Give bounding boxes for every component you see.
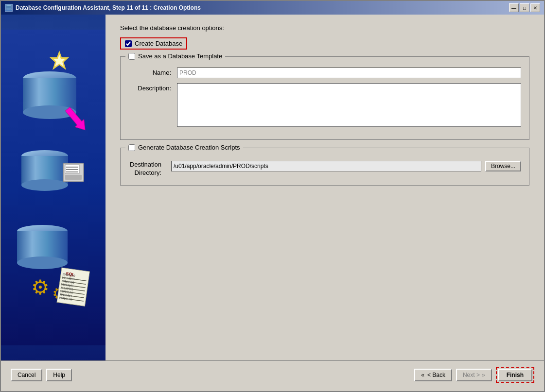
back-button[interactable]: « < Back [414,369,452,381]
destination-row: Destination Directory: Browse... [128,161,521,177]
save-template-checkbox[interactable] [128,53,135,60]
title-bar: Database Configuration Assistant, Step 1… [1,1,544,15]
create-database-highlight: Create Database [120,37,187,50]
name-row: Name: [128,68,521,78]
svg-rect-20 [65,175,82,180]
help-button[interactable]: Help [46,369,72,381]
save-template-group: Save as a Database Template Name: Descri… [120,56,529,140]
finish-button[interactable]: Finish [498,369,532,381]
svg-point-10 [57,59,62,64]
name-label: Name: [128,68,177,76]
svg-point-3 [6,8,11,10]
main-window: Database Configuration Assistant, Step 1… [0,0,545,392]
illustration-svg: ⚙ ⚙ SQL 10101010 10101010 10110100 [1,15,105,360]
name-input[interactable] [177,68,521,78]
destination-label-container: Destination Directory: [128,161,167,177]
finish-button-highlight: Finish [496,367,534,383]
next-button[interactable]: Next > » [456,369,492,381]
app-icon [5,4,13,12]
maximize-button[interactable]: □ [520,3,529,12]
browse-button[interactable]: Browse... [485,161,521,171]
minimize-button[interactable]: — [509,3,519,12]
save-template-label[interactable]: Save as a Database Template [138,52,222,60]
cancel-button[interactable]: Cancel [11,369,42,381]
back-arrow-icon: « [421,372,424,378]
right-panel: Select the database creation options: Cr… [105,15,544,360]
window-title: Database Configuration Assistant, Step 1… [16,4,201,11]
svg-point-23 [17,256,68,269]
description-input[interactable] [177,83,521,127]
window-controls: — □ ✕ [509,3,540,12]
destination-label: Destination Directory: [128,161,161,177]
left-illustration-panel: ⚙ ⚙ SQL 10101010 10101010 10110100 [1,15,105,360]
generate-scripts-legend: Generate Database Creation Scripts [125,144,243,151]
destination-input[interactable] [171,161,481,171]
create-database-label[interactable]: Create Database [135,40,182,47]
description-row: Description: [128,83,521,127]
create-database-option: Create Database [120,37,529,50]
bottom-left-buttons: Cancel Help [11,369,72,381]
window-content: ⚙ ⚙ SQL 10101010 10101010 10110100 [1,15,544,360]
next-arrow-icon: » [482,372,485,378]
generate-scripts-group: Generate Database Creation Scripts Desti… [120,148,529,186]
close-button[interactable]: ✕ [530,3,540,12]
svg-point-14 [21,179,68,191]
bottom-right-buttons: « < Back Next > » Finish [414,367,534,383]
generate-scripts-label[interactable]: Generate Database Creation Scripts [138,144,240,151]
generate-scripts-checkbox[interactable] [128,144,135,151]
bottom-bar: Cancel Help « < Back Next > » Finish [1,360,544,391]
section-prompt: Select the database creation options: [120,24,529,32]
svg-text:⚙: ⚙ [31,276,50,299]
description-label: Description: [128,83,177,92]
title-bar-left: Database Configuration Assistant, Step 1… [5,4,201,12]
save-template-legend: Save as a Database Template [125,52,225,60]
create-database-checkbox[interactable] [125,40,132,47]
